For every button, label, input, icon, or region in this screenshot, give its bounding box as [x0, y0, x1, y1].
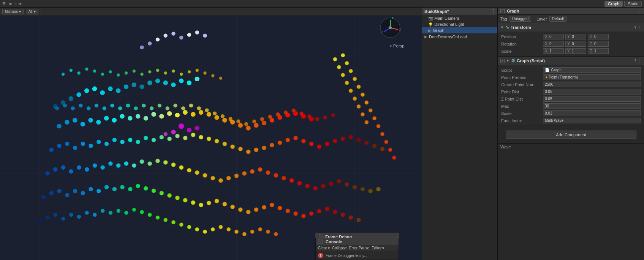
scale-x-field[interactable]: X 1 — [543, 48, 564, 54]
svg-point-48 — [96, 120, 101, 124]
rotation-z-field[interactable]: Z 0 — [588, 41, 609, 47]
svg-point-279 — [196, 69, 199, 72]
svg-point-208 — [77, 215, 81, 219]
max-label: Max — [501, 104, 543, 109]
scale-z: 1 — [594, 49, 597, 53]
svg-point-314 — [299, 112, 303, 115]
svg-point-246 — [369, 109, 372, 112]
gs-scale-field[interactable]: 0.03 — [543, 110, 641, 116]
position-label: Position — [501, 35, 543, 39]
clear-dropdown-icon: ▾ — [328, 246, 330, 250]
svg-point-195 — [301, 214, 305, 218]
scene-toolbar: Gizmos ▾ All ▾ — [0, 8, 422, 16]
svg-point-278 — [188, 70, 191, 73]
svg-point-253 — [333, 57, 337, 61]
svg-point-223 — [195, 227, 199, 231]
func-index-field[interactable]: Multi Wave — [543, 118, 641, 123]
all-button[interactable]: All ▾ — [26, 9, 38, 14]
dont-destroy-menu-icon[interactable]: ⋮ — [491, 34, 495, 39]
graph-script-menu-icon[interactable]: ⋮ — [638, 59, 642, 63]
rotation-x-field[interactable]: X 0 — [543, 41, 564, 47]
script-enable-checkbox[interactable] — [500, 59, 505, 63]
dont-destroy-label: DontDestroyOnLoad — [429, 35, 467, 39]
editor-button[interactable]: Editor ▾ — [372, 246, 384, 250]
svg-point-230 — [250, 230, 254, 233]
svg-point-242 — [353, 77, 356, 81]
svg-point-151 — [297, 181, 302, 185]
svg-point-29 — [116, 88, 120, 93]
svg-point-176 — [152, 189, 156, 193]
scale-y-field[interactable]: Y 1 — [565, 48, 586, 54]
rotation-y-field[interactable]: Y 0 — [565, 41, 586, 47]
svg-point-78 — [65, 142, 69, 146]
scene-bg: Y X Z < Persp ⬛ Frame Debug — [0, 16, 422, 260]
create-point-num-field[interactable]: 2500 — [543, 82, 641, 87]
svg-point-304 — [221, 114, 225, 118]
svg-point-152 — [305, 184, 309, 188]
svg-point-50 — [112, 118, 117, 123]
hierarchy-item-main-camera[interactable]: 📷 Main Camera — [422, 15, 497, 21]
main-area: Gizmos ▾ All ▾ — [0, 8, 644, 260]
graph-script-help-icon[interactable]: ? — [634, 59, 636, 63]
svg-point-80 — [81, 142, 85, 146]
object-active-checkbox[interactable] — [500, 9, 505, 13]
svg-point-43 — [57, 124, 61, 128]
hierarchy-item-directional-light[interactable]: 💡 Directional Light — [422, 21, 497, 27]
inspector-options-icon[interactable]: ⋮ — [638, 9, 642, 13]
svg-point-199 — [333, 210, 337, 214]
rotation-z: 0 — [594, 42, 597, 46]
collapse-console-button[interactable]: Collapse — [332, 246, 347, 250]
svg-point-318 — [331, 113, 335, 117]
position-z-field[interactable]: Z 0 — [588, 34, 609, 39]
svg-point-274 — [156, 69, 159, 72]
svg-point-239 — [341, 53, 345, 57]
hierarchy-item-graph[interactable]: ▶ Graph — [422, 27, 497, 33]
rotation-x: 0 — [549, 42, 552, 46]
viewport[interactable]: Gizmos ▾ All ▾ — [0, 8, 422, 260]
console-panel-icon: ⬛ — [318, 239, 323, 244]
add-component-button[interactable]: Add Component — [506, 131, 636, 139]
position-y-field[interactable]: Y 0 — [565, 34, 586, 39]
svg-point-150 — [290, 178, 294, 183]
layer-dropdown[interactable]: Default — [549, 16, 567, 22]
hierarchy-item-dont-destroy[interactable]: ▶ DontDestroyOnLoad ⋮ — [422, 33, 497, 40]
gizmos-button[interactable]: Gizmos ▾ — [2, 9, 24, 14]
svg-point-122 — [69, 169, 73, 173]
svg-point-115 — [356, 138, 361, 142]
svg-point-271 — [133, 69, 136, 72]
svg-point-297 — [166, 107, 169, 110]
svg-point-106 — [286, 138, 290, 142]
scale-z-field[interactable]: Z 1 — [588, 48, 609, 54]
svg-point-162 — [41, 195, 45, 199]
transform-menu-icon[interactable]: ⋮ — [638, 25, 642, 30]
svg-point-53 — [136, 114, 140, 118]
max-field[interactable]: 30 — [543, 103, 641, 109]
error-pause-button[interactable]: Error Pause — [349, 246, 369, 250]
tag-dropdown[interactable]: Untagged — [510, 16, 531, 22]
svg-point-194 — [293, 211, 297, 216]
graph-script-header[interactable]: ▼ ⚙ Graph (Script) ? ⋮ — [498, 57, 644, 65]
point-dist-field[interactable]: 0.05 — [543, 89, 641, 95]
svg-point-154 — [321, 184, 325, 188]
svg-point-317 — [323, 115, 327, 119]
transform-help-icon[interactable]: ? — [634, 25, 636, 30]
tab-graph[interactable]: Graph — [604, 1, 623, 7]
script-value[interactable]: 📄 Graph — [543, 67, 641, 73]
scale-row: Scale X 1 Y 1 Z 1 — [498, 47, 644, 55]
svg-point-179 — [175, 195, 179, 200]
svg-point-216 — [140, 210, 144, 214]
tab-static[interactable]: Static — [624, 1, 642, 7]
svg-point-77 — [57, 144, 61, 148]
point-prefabs-field[interactable]: ✦ Point (Transform) — [543, 74, 641, 80]
svg-point-219 — [164, 218, 168, 222]
svg-point-206 — [61, 217, 65, 221]
position-x-field[interactable]: X 0 — [543, 34, 564, 39]
scale-y: 1 — [572, 49, 574, 53]
svg-point-148 — [274, 173, 278, 177]
hierarchy-menu-icon[interactable]: ⋮ — [491, 9, 495, 14]
svg-point-167 — [81, 191, 85, 195]
z-point-dist-field[interactable]: 0.05 — [543, 96, 641, 102]
svg-point-203 — [38, 219, 41, 222]
transform-header[interactable]: ▼ ⤡ Transform ? ⋮ — [498, 23, 644, 32]
clear-console-button[interactable]: Clear ▾ — [318, 246, 330, 250]
